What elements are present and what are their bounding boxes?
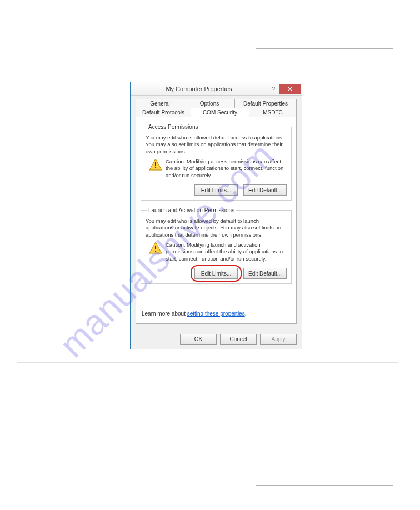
tab-row-1: General Options Default Properties [136,99,297,108]
tab-default-protocols[interactable]: Default Protocols [136,108,191,117]
launch-caution-text: Caution: Modifying launch and activation… [166,242,287,262]
launch-legend: Launch and Activation Permissions [147,207,236,213]
ok-button[interactable]: OK [180,334,217,345]
launch-permissions-group: Launch and Activation Permissions You ma… [141,207,292,284]
header-rule [256,48,393,49]
help-button[interactable]: ? [267,86,279,92]
warning-icon [149,158,162,171]
learn-prefix: Learn more about [142,311,187,317]
dialog-footer: OK Cancel Apply [131,329,302,349]
close-button[interactable] [279,84,301,94]
warning-icon [149,242,162,254]
content-divider [17,362,398,363]
launch-edit-default-button[interactable]: Edit Default... [243,268,287,279]
launch-description: You may edit who is allowed by default t… [146,218,287,238]
tab-row-2: Default Protocols COM Security MSDTC [136,108,297,117]
svg-rect-1 [155,167,156,168]
tab-com-security[interactable]: COM Security [191,108,249,117]
access-legend: Access Permissions [147,124,199,130]
svg-rect-2 [155,246,156,249]
access-description: You may edit who is allowed default acce… [146,134,287,155]
tab-default-properties[interactable]: Default Properties [234,99,297,108]
tab-msdtc[interactable]: MSDTC [249,108,297,117]
svg-rect-0 [155,162,156,166]
properties-dialog: My Computer Properties ? General Options… [130,82,302,349]
tab-panel: Access Permissions You may edit who is a… [136,117,297,324]
launch-edit-limits-button[interactable]: Edit Limits... [194,268,238,279]
svg-rect-3 [155,251,156,252]
learn-more: Learn more about setting these propertie… [142,311,246,317]
access-caution: Caution: Modifying access permissions ca… [149,158,287,179]
tab-options[interactable]: Options [184,99,235,108]
access-edit-default-button[interactable]: Edit Default... [243,184,287,196]
dialog-title: My Computer Properties [131,86,267,92]
titlebar: My Computer Properties ? [131,82,302,96]
access-caution-text: Caution: Modifying access permissions ca… [166,158,287,179]
access-edit-limits-button[interactable]: Edit Limits... [194,184,238,196]
learn-suffix: . [245,311,247,317]
learn-more-link[interactable]: setting these properties [187,311,245,317]
footer-rule [256,485,393,486]
launch-caution: Caution: Modifying launch and activation… [149,242,287,262]
tab-general[interactable]: General [136,99,184,108]
close-icon [288,87,292,91]
apply-button[interactable]: Apply [260,334,297,345]
access-permissions-group: Access Permissions You may edit who is a… [141,124,292,201]
cancel-button[interactable]: Cancel [220,334,257,345]
